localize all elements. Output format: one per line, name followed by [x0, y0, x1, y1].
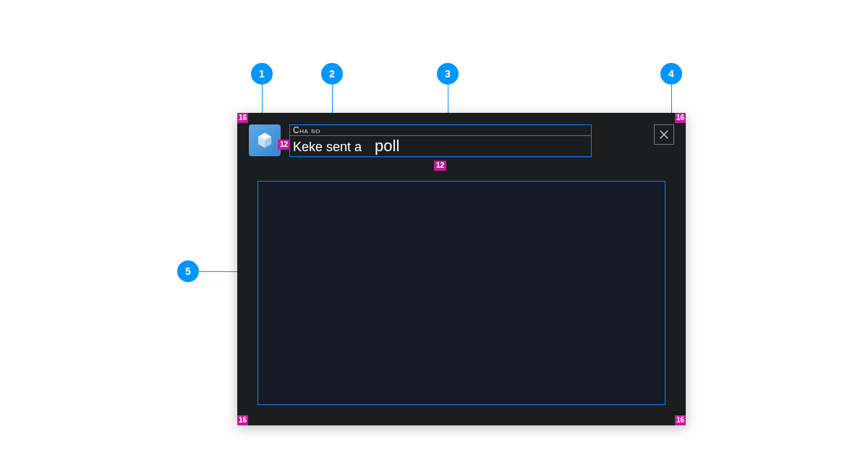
- callout-3-label: 3: [445, 68, 451, 80]
- gap-chip-left: 12: [278, 140, 290, 150]
- callout-2-label: 2: [329, 68, 335, 80]
- padding-chip-tr: 16: [675, 113, 686, 123]
- callout-5-line: [199, 271, 237, 272]
- callout-1-line: [262, 85, 263, 113]
- card-header: 12 Cна so Keke sent a poll 12: [249, 124, 674, 157]
- callout-2: 2: [321, 63, 343, 85]
- title-outline: Cна so Keke sent a poll: [289, 124, 592, 157]
- app-title: Cна so: [290, 125, 591, 135]
- notification-card: 16 16 16 16 12 Cна so Keke sent a poll: [237, 113, 686, 425]
- close-icon: [658, 128, 671, 141]
- app-icon: [249, 124, 281, 156]
- callout-4: 4: [660, 63, 682, 85]
- title-block: 12 Cна so Keke sent a poll 12: [289, 124, 592, 157]
- app-icon-glyph: [255, 130, 275, 150]
- callout-5-label: 5: [185, 265, 191, 277]
- padding-chip-tl: 16: [237, 113, 248, 123]
- message-object: poll: [375, 137, 399, 156]
- message-prefix: Keke sent a: [293, 140, 362, 155]
- padding-chip-br: 16: [675, 415, 686, 425]
- callout-1-label: 1: [259, 68, 265, 80]
- close-button[interactable]: [654, 124, 674, 145]
- callout-4-line: [671, 85, 672, 113]
- padding-chip-bl: 16: [237, 415, 248, 425]
- callout-3: 3: [437, 63, 459, 85]
- gap-chip-bottom: 12: [434, 161, 446, 171]
- callout-5: 5: [177, 260, 199, 282]
- callout-4-label: 4: [668, 68, 674, 80]
- notification-message: Keke sent a poll: [290, 136, 591, 156]
- callout-1: 1: [251, 63, 273, 85]
- adaptive-content-area: [258, 181, 665, 405]
